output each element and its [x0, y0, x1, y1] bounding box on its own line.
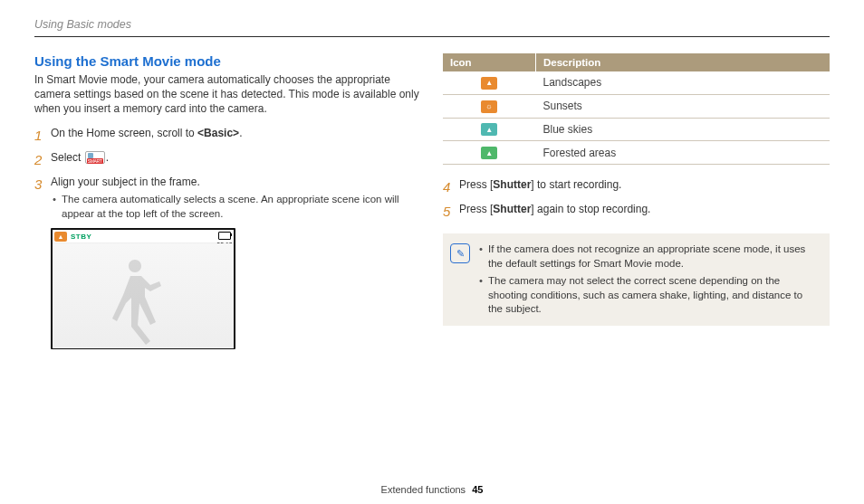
icon-cell: ▲ — [443, 118, 536, 141]
table-header-icon: Icon — [443, 53, 536, 71]
step-pre: Press — [459, 178, 490, 191]
step-text-after: . — [239, 127, 242, 139]
camera-preview: ▲ STBY 00:10 HD ▦ — [51, 228, 235, 349]
right-column: Icon Description ▲Landscapes☼Sunsets▲Blu… — [443, 53, 830, 349]
footer-page-number: 45 — [472, 484, 483, 495]
shutter-label: Shutter — [493, 203, 531, 215]
step-number: 1 — [34, 126, 51, 145]
step-number: 3 — [34, 175, 51, 194]
desc-cell: Blue skies — [536, 118, 830, 141]
subject-silhouette — [105, 254, 168, 348]
landscape-scene-icon: ▲ — [481, 77, 497, 90]
step-text-main: Align your subject in the frame. — [51, 176, 200, 188]
rule — [34, 36, 830, 37]
step-text: Align your subject in the frame. The cam… — [51, 175, 421, 222]
stby-label: STBY — [71, 233, 91, 241]
note-item: If the camera does not recognize an appr… — [479, 242, 819, 271]
step-bold: <Basic> — [197, 127, 239, 139]
left-column: Using the Smart Movie mode In Smart Movi… — [34, 53, 421, 349]
note-icon: ✎ — [450, 243, 470, 263]
icon-description-table: Icon Description ▲Landscapes☼Sunsets▲Blu… — [443, 53, 830, 165]
step-text: Select . — [51, 150, 421, 166]
table-row: ▲Landscapes — [443, 71, 830, 94]
page-footer: Extended functions 45 — [0, 484, 864, 495]
icon-cell: ▲ — [443, 71, 536, 94]
desc-cell: Forested areas — [536, 141, 830, 165]
step-pre: Press — [459, 203, 490, 215]
scene-icon: ▲ — [54, 232, 67, 242]
footer-section: Extended functions — [381, 484, 466, 495]
bluesky-scene-icon: ▲ — [481, 123, 497, 136]
step-number: 2 — [34, 150, 51, 169]
table-row: ▲Blue skies — [443, 118, 830, 141]
table-row: ☼Sunsets — [443, 94, 830, 118]
table-row: ▲Forested areas — [443, 141, 830, 165]
step-subtext: The camera automatically selects a scene… — [51, 193, 421, 221]
step-post: again to stop recording. — [534, 203, 651, 215]
desc-cell: Landscapes — [536, 71, 830, 94]
note-item: The camera may not select the correct sc… — [479, 274, 819, 317]
desc-cell: Sunsets — [536, 94, 830, 118]
step-post: to start recording. — [534, 178, 622, 191]
smart-movie-icon — [85, 151, 105, 164]
icon-cell: ☼ — [443, 94, 536, 118]
step-text-before: On the Home screen, scroll to — [51, 127, 197, 139]
step-number: 5 — [443, 202, 459, 221]
breadcrumb: Using Basic modes — [34, 18, 830, 31]
steps-left: 1 On the Home screen, scroll to <Basic>.… — [34, 126, 421, 222]
step-text: Press Shutter again to stop recording. — [459, 202, 830, 217]
battery-icon — [218, 232, 231, 240]
table-header-desc: Description — [536, 53, 830, 71]
section-title: Using the Smart Movie mode — [34, 53, 421, 69]
step-text-before: Select — [51, 151, 84, 164]
step-text-after: . — [106, 151, 109, 164]
step-text: On the Home screen, scroll to <Basic>. — [51, 126, 421, 141]
step-text: Press Shutter to start recording. — [459, 177, 830, 193]
shutter-label: Shutter — [493, 178, 531, 191]
forest-scene-icon: ▲ — [481, 147, 497, 159]
steps-right: 4 Press Shutter to start recording. 5 Pr… — [443, 177, 830, 221]
icon-cell: ▲ — [443, 141, 536, 165]
lead-paragraph: In Smart Movie mode, your camera automat… — [34, 72, 421, 117]
note-box: ✎ If the camera does not recognize an ap… — [443, 233, 830, 326]
step-number: 4 — [443, 177, 459, 196]
sunset-scene-icon: ☼ — [481, 100, 497, 113]
